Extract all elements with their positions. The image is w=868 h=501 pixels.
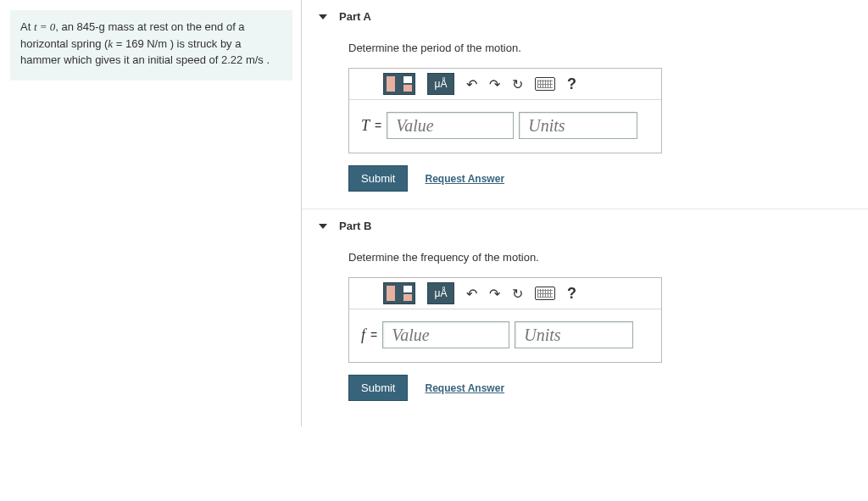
- part-b-units-input[interactable]: [515, 321, 633, 348]
- part-a-answer-box: μÅ ↶ ↷ ↻ ? T =: [348, 68, 662, 153]
- prompt-t-eq: t = 0: [34, 20, 55, 33]
- part-b-instruction: Determine the frequency of the motion.: [302, 248, 868, 277]
- part-a: Part A Determine the period of the motio…: [302, 0, 868, 209]
- part-a-submit-button[interactable]: Submit: [348, 165, 408, 192]
- part-a-header[interactable]: Part A: [302, 10, 868, 38]
- special-chars-button[interactable]: μÅ: [427, 73, 454, 95]
- part-a-units-input[interactable]: [519, 112, 637, 139]
- part-b-toolbar: μÅ ↶ ↷ ↻ ?: [349, 278, 661, 309]
- templates-icon[interactable]: [383, 282, 415, 304]
- templates-icon[interactable]: [383, 73, 415, 95]
- part-b-submit-button[interactable]: Submit: [348, 375, 408, 401]
- part-b: Part B Determine the frequency of the mo…: [302, 209, 868, 418]
- part-a-toolbar: μÅ ↶ ↷ ↻ ?: [349, 69, 661, 100]
- part-a-request-answer-link[interactable]: Request Answer: [425, 173, 504, 185]
- part-b-header[interactable]: Part B: [302, 220, 868, 248]
- reset-icon[interactable]: ↻: [512, 286, 523, 302]
- redo-icon[interactable]: ↷: [489, 76, 500, 92]
- part-a-value-input[interactable]: [387, 112, 514, 139]
- equals-sign: =: [375, 119, 381, 132]
- help-icon[interactable]: ?: [567, 285, 576, 303]
- part-b-variable: f: [361, 326, 365, 344]
- redo-icon[interactable]: ↷: [489, 286, 500, 302]
- keyboard-icon[interactable]: [535, 287, 555, 300]
- help-icon[interactable]: ?: [567, 75, 576, 93]
- undo-icon[interactable]: ↶: [466, 286, 477, 302]
- part-b-request-answer-link[interactable]: Request Answer: [425, 382, 504, 394]
- part-b-title: Part B: [339, 220, 371, 232]
- special-chars-button[interactable]: μÅ: [427, 282, 454, 304]
- part-a-title: Part A: [339, 10, 371, 23]
- equals-sign: =: [370, 328, 377, 342]
- part-b-answer-box: μÅ ↶ ↷ ↻ ? f =: [348, 277, 662, 363]
- part-b-value-input[interactable]: [382, 321, 509, 348]
- chevron-down-icon: [319, 14, 327, 19]
- problem-statement: At t = 0, an 845-g mass at rest on the e…: [10, 10, 292, 81]
- undo-icon[interactable]: ↶: [466, 76, 477, 92]
- prompt-text: At: [20, 20, 34, 33]
- part-a-variable: T: [361, 117, 370, 135]
- chevron-down-icon: [319, 224, 327, 229]
- part-a-instruction: Determine the period of the motion.: [302, 38, 868, 68]
- reset-icon[interactable]: ↻: [512, 76, 523, 92]
- keyboard-icon[interactable]: [535, 77, 555, 91]
